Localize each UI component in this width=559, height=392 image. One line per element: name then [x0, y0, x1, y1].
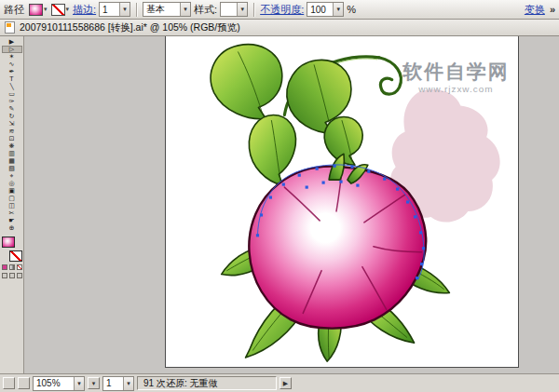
chevron-down-icon[interactable]: ▾	[43, 6, 48, 13]
scale-tool[interactable]: ⇲	[2, 120, 22, 128]
scissors-tool[interactable]: ✂	[2, 210, 22, 217]
mesh-tool[interactable]: ▦	[2, 157, 22, 165]
line-segment-tool[interactable]: ╲	[2, 83, 22, 90]
page-nav-combo[interactable]: 1 ▾	[102, 376, 134, 391]
pasteboard[interactable]: 软件自学网 www.rjzxw.com	[24, 36, 559, 373]
chevron-down-icon[interactable]: ▾	[237, 3, 247, 16]
stroke-color-swatch[interactable]	[51, 4, 65, 16]
status-next-button[interactable]: ▶	[280, 377, 292, 389]
selection-tool[interactable]: ▶	[2, 38, 22, 46]
watermark-title: 软件自学网	[402, 61, 509, 82]
fill-swatch-control[interactable]: ▾	[29, 4, 48, 16]
graphic-style-combo[interactable]: ▾	[220, 2, 248, 17]
anchor-point[interactable]	[420, 263, 423, 265]
free-transform-tool[interactable]: ⊡	[2, 135, 22, 142]
anchor-point[interactable]	[422, 247, 425, 250]
magic-wand-tool[interactable]: ✶	[2, 53, 22, 61]
stroke-swatch-control[interactable]: ▾	[51, 4, 71, 16]
pen-tool[interactable]: ✒	[2, 68, 22, 75]
fill-color-swatch[interactable]	[29, 4, 43, 16]
anchor-point[interactable]	[322, 182, 325, 184]
toolbox-tools: ▶▷✶∿✒T╲▭✑✎↻⇲≋⊡❋▥▦▧⌖◎▣▢◫✂☛⊕	[2, 38, 22, 232]
anchor-point[interactable]	[306, 185, 308, 188]
selection-type-label: 路径	[4, 3, 24, 17]
chevron-down-icon[interactable]: ▾	[180, 3, 190, 16]
separator	[253, 3, 254, 17]
statusbar-button-2[interactable]	[18, 377, 30, 389]
artboard[interactable]: 软件自学网 www.rjzxw.com	[165, 36, 519, 368]
overflow-chevron-icon[interactable]: »	[550, 4, 555, 15]
warp-tool[interactable]: ≋	[2, 128, 22, 135]
direct-selection-tool[interactable]: ▷	[2, 46, 22, 53]
opacity-value: 100	[307, 5, 333, 15]
anchor-point[interactable]	[260, 213, 263, 216]
none-mode-button[interactable]	[17, 264, 22, 270]
stroke-weight-combo[interactable]: 1 ▾	[99, 2, 130, 17]
anchor-point[interactable]	[406, 200, 409, 203]
main-area: ▶▷✶∿✒T╲▭✑✎↻⇲≋⊡❋▥▦▧⌖◎▣▢◫✂☛⊕	[0, 36, 559, 373]
chevron-down-icon[interactable]: ▾	[333, 3, 343, 16]
symbol-sprayer-tool[interactable]: ❋	[2, 142, 22, 150]
anchor-point[interactable]	[414, 215, 416, 218]
watermark-url: www.rjzxw.com	[417, 84, 493, 94]
transform-panel-link[interactable]: 变换	[525, 3, 545, 17]
toolbox-fill-swatch[interactable]	[2, 237, 15, 248]
chevron-down-icon[interactable]: ▾	[119, 3, 130, 16]
zoom-level-value: 105%	[34, 378, 74, 388]
opacity-combo[interactable]: 100 ▾	[307, 2, 344, 17]
illustrator-window: 路径 ▾ ▾ 描边: 1 ▾ 基本 ▾ 样式: ▾ 不透明度: 100 ▾ %	[0, 0, 559, 392]
graph-tool[interactable]: ▥	[2, 150, 22, 157]
anchor-point[interactable]	[383, 178, 386, 181]
anchor-point[interactable]	[396, 187, 399, 190]
chevron-down-icon[interactable]: ▾	[123, 377, 133, 390]
slice-tool[interactable]: ◫	[2, 202, 22, 210]
screen-mode-buttons	[2, 273, 22, 278]
type-tool[interactable]: T	[2, 75, 22, 83]
blend-tool[interactable]: ◎	[2, 180, 22, 187]
rectangle-tool[interactable]: ▭	[2, 90, 22, 98]
anchor-point[interactable]	[419, 231, 422, 234]
live-paint-selection-tool[interactable]: ▢	[2, 195, 22, 202]
rotate-tool[interactable]: ↻	[2, 113, 22, 120]
eyedropper-tool[interactable]: ⌖	[2, 172, 22, 180]
screen-mode-normal-button[interactable]	[2, 273, 7, 278]
toolbox-stroke-swatch[interactable]	[9, 250, 22, 262]
hand-tool[interactable]: ☛	[2, 217, 22, 224]
chevron-down-icon[interactable]: ▾	[65, 6, 71, 13]
lasso-tool[interactable]: ∿	[2, 61, 22, 68]
anchor-point[interactable]	[339, 181, 342, 183]
document-title-bar[interactable]: 2007910111558686 [转换].ai* @ 105% (RGB/预览…	[0, 20, 559, 36]
control-bar-right: 变换 »	[525, 3, 555, 17]
pencil-tool[interactable]: ✎	[2, 105, 22, 113]
color-mode-button[interactable]	[2, 264, 7, 270]
anchor-point[interactable]	[350, 166, 353, 169]
statusbar-button-1[interactable]	[3, 377, 15, 389]
anchor-point[interactable]	[298, 174, 301, 177]
chevron-down-icon[interactable]: ▾	[74, 377, 84, 390]
stroke-panel-link[interactable]: 描边:	[73, 3, 96, 17]
status-message: 91 次还原: 无重做	[143, 377, 217, 390]
paint-mode-buttons	[2, 264, 22, 270]
separator	[136, 3, 137, 17]
live-paint-bucket-tool[interactable]: ▣	[2, 187, 22, 195]
flower-petal-shape[interactable]	[249, 167, 426, 329]
anchor-point[interactable]	[333, 165, 335, 168]
opacity-panel-link[interactable]: 不透明度:	[260, 3, 304, 17]
anchor-point[interactable]	[416, 277, 418, 279]
anchor-point[interactable]	[367, 170, 370, 173]
screen-mode-full-button[interactable]	[17, 273, 22, 278]
screen-mode-full-menu-button[interactable]	[9, 273, 15, 278]
zoom-level-combo[interactable]: 105% ▾	[33, 376, 85, 391]
paintbrush-tool[interactable]: ✑	[2, 98, 22, 105]
anchor-point[interactable]	[256, 234, 259, 237]
zoom-tool[interactable]: ⊕	[2, 224, 22, 232]
statusbar-dropdown-button[interactable]: ▾	[88, 377, 100, 389]
anchor-point[interactable]	[316, 168, 319, 170]
document-icon	[5, 21, 15, 34]
anchor-point[interactable]	[269, 196, 272, 198]
brush-definition-combo[interactable]: 基本 ▾	[143, 2, 191, 17]
gradient-mode-button[interactable]	[9, 264, 15, 270]
gradient-tool[interactable]: ▧	[2, 165, 22, 172]
anchor-point[interactable]	[282, 183, 285, 186]
anchor-point[interactable]	[356, 184, 359, 187]
